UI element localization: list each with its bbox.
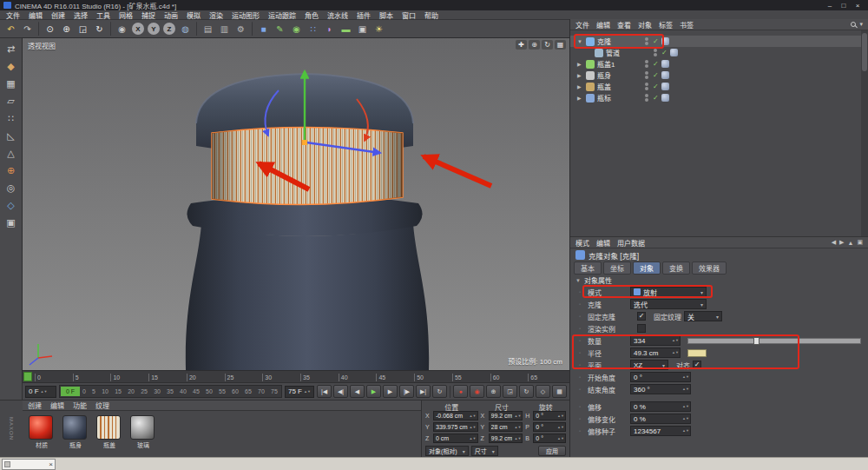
add-subdivision-icon[interactable]: ◉ — [288, 22, 305, 36]
record-position-button[interactable]: ⊕ — [486, 385, 501, 398]
add-spline-icon[interactable]: ✎ — [272, 22, 288, 36]
nav-forward-icon[interactable]: ▶ — [839, 239, 844, 246]
points-mode-icon[interactable]: ∷ — [2, 109, 21, 127]
anim-dot-icon[interactable]: ◦ — [579, 428, 585, 434]
tab-coordinates[interactable]: 坐标 — [603, 261, 631, 275]
anim-dot-icon[interactable]: ◦ — [579, 404, 585, 409]
nav-back-icon[interactable]: ◀ — [832, 239, 836, 246]
anim-dot-icon[interactable]: ◦ — [579, 374, 585, 380]
size-mode-dropdown[interactable]: 尺寸▾ — [471, 446, 498, 456]
phong-tag-icon[interactable] — [661, 94, 669, 102]
undo-icon[interactable]: ↶ — [3, 22, 19, 36]
viewport[interactable]: 透视视图 ✚⊕↻▦ 预设比例: 100 cm — [23, 38, 569, 370]
record-scale-button[interactable]: ◲ — [503, 385, 517, 398]
coord-mode-dropdown[interactable]: 对象(相对)▾ — [425, 446, 469, 456]
x-axis-lock-icon[interactable]: X — [132, 23, 144, 35]
attribute-menu-item[interactable]: 用户数据 — [617, 238, 645, 248]
enabled-check-icon[interactable]: ✓ — [661, 49, 667, 56]
rotation-b-field[interactable]: 0 °▲▼ — [533, 434, 566, 443]
object-row[interactable]: ▶ 瓶盖 ✓ — [570, 81, 868, 92]
enabled-check-icon[interactable]: ✓ — [653, 60, 659, 68]
render-view-icon[interactable]: ▤ — [200, 22, 216, 36]
y-axis-lock-icon[interactable]: Y — [148, 23, 160, 35]
render-instances-checkbox[interactable] — [637, 324, 646, 333]
filter-icon[interactable]: ▾ — [859, 21, 863, 28]
menu-item[interactable]: 窗口 — [398, 10, 420, 20]
material-thumbnail[interactable] — [29, 415, 53, 440]
object-row-cloner[interactable]: ▼ 克隆 ✓ — [570, 36, 868, 47]
menu-item[interactable]: 角色 — [300, 10, 323, 20]
stepper-icon[interactable]: ▲▼ — [682, 417, 689, 420]
stepper-icon[interactable]: ▲▼ — [682, 429, 689, 433]
view-zoom-icon[interactable]: ⊕ — [529, 40, 540, 50]
view-pan-icon[interactable]: ✚ — [516, 40, 527, 50]
last-tool-icon[interactable]: ◉ — [114, 22, 130, 36]
position-y-field[interactable]: 339.975 cm▲▼ — [433, 422, 478, 432]
texture-mode-icon[interactable]: ▦ — [2, 75, 21, 92]
phong-tag-icon[interactable] — [661, 37, 669, 45]
radius-field[interactable]: 49.3 cm ▲▼ — [630, 348, 681, 358]
viewport-label[interactable]: 透视视图 — [28, 41, 56, 50]
anim-dot-icon[interactable]: ◦ — [579, 314, 585, 319]
enabled-check-icon[interactable]: ✓ — [653, 37, 659, 45]
material-menu-item[interactable]: 创建 — [28, 400, 42, 410]
add-light-icon[interactable]: ☀ — [371, 22, 387, 36]
object-row[interactable]: ▶ 瓶盖1 ✓ — [570, 58, 868, 70]
object-menu-item[interactable]: 标签 — [659, 20, 673, 30]
position-x-field[interactable]: -0.068 cm▲▼ — [433, 411, 478, 420]
loop-button[interactable]: ↻ — [432, 385, 447, 398]
add-deformer-icon[interactable]: ◗ — [321, 22, 338, 36]
anim-dot-icon[interactable]: ◦ — [579, 350, 585, 355]
material-menu-item[interactable]: 功能 — [73, 400, 87, 410]
current-frame-marker[interactable] — [23, 372, 32, 381]
visibility-dots[interactable] — [645, 71, 648, 79]
anim-dot-icon[interactable]: ◦ — [579, 301, 585, 307]
view-toggle-icon[interactable]: ▦ — [555, 40, 566, 50]
workplane-lock-icon[interactable]: ▣ — [2, 214, 21, 231]
menu-item[interactable]: 文件 — [2, 10, 24, 20]
menu-item[interactable]: 渲染 — [205, 10, 227, 20]
bottle-model[interactable] — [186, 74, 429, 370]
material-thumbnail[interactable] — [62, 415, 87, 440]
scrollbar-thumb[interactable] — [862, 33, 867, 71]
offset-variation-field[interactable]: 0 % ▲▼ — [630, 414, 691, 424]
snap-icon[interactable]: ◇ — [2, 196, 21, 214]
render-region-icon[interactable]: ▥ — [216, 22, 233, 36]
menu-item[interactable]: 流水线 — [323, 10, 352, 20]
fix-clone-checkbox[interactable]: ✓ — [637, 312, 646, 321]
menu-item[interactable]: 工具 — [92, 10, 115, 20]
visibility-dots[interactable] — [645, 94, 648, 102]
visibility-dots[interactable] — [645, 37, 648, 45]
popup-close-icon[interactable]: × — [49, 461, 53, 468]
size-y-field[interactable]: 28 cm▲▼ — [489, 422, 523, 432]
play-button[interactable]: ▶ — [366, 385, 381, 398]
viewport-solo-icon[interactable]: ◎ — [2, 179, 21, 196]
phong-tag-icon[interactable] — [670, 49, 678, 56]
keyframe-selection-button[interactable]: ▦ — [552, 385, 567, 398]
enabled-check-icon[interactable]: ✓ — [653, 71, 659, 79]
prev-key-button[interactable]: ◀| — [333, 385, 348, 398]
size-z-field[interactable]: 99.2 cm▲▼ — [489, 434, 523, 443]
maximize-button[interactable]: □ — [837, 1, 851, 10]
position-z-field[interactable]: 0 cm▲▼ — [433, 434, 478, 443]
anim-dot-icon[interactable]: ◦ — [579, 416, 585, 421]
expand-icon[interactable]: ▼ — [577, 39, 583, 44]
scale-icon[interactable]: ◲ — [75, 22, 91, 36]
menu-item[interactable]: 运动跟踪 — [264, 10, 300, 20]
anim-dot-icon[interactable]: ◦ — [579, 338, 585, 343]
render-settings-icon[interactable]: ⚙ — [233, 22, 249, 36]
object-menu-item[interactable]: 文件 — [575, 20, 589, 30]
rotation-h-field[interactable]: 0 °▲▼ — [533, 411, 566, 420]
view-rotate-icon[interactable]: ↻ — [542, 40, 553, 50]
menu-item[interactable]: 编辑 — [24, 10, 47, 20]
timeline-ruler[interactable]: 05101520253035404550556065 — [23, 370, 569, 382]
z-axis-lock-icon[interactable]: Z — [163, 23, 175, 35]
power-slider-marker[interactable]: 0 F — [61, 387, 80, 396]
visibility-dots[interactable] — [645, 83, 648, 90]
stepper-icon[interactable]: ▲▼ — [672, 339, 679, 342]
menu-item[interactable]: 脚本 — [375, 10, 398, 20]
stepper-icon[interactable]: ▲▼ — [672, 351, 679, 354]
coordinate-system-icon[interactable]: ◍ — [177, 22, 194, 36]
material-item[interactable]: 瓶身 — [62, 415, 89, 449]
phong-tag-icon[interactable] — [661, 71, 669, 79]
